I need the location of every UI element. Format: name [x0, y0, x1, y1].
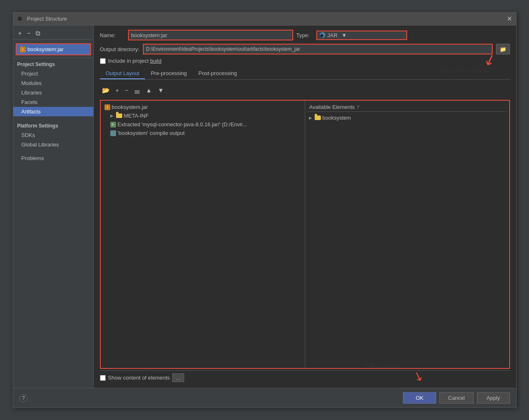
- copy-artifact-button[interactable]: ⧉: [34, 29, 42, 38]
- name-label: Name:: [100, 32, 125, 38]
- move-down-button[interactable]: ▼: [156, 86, 166, 94]
- help-icon-available[interactable]: ?: [357, 105, 359, 110]
- sidebar-item-facets[interactable]: Facets: [13, 97, 93, 107]
- more-options-button[interactable]: ...: [172, 373, 184, 382]
- sidebar-toolbar: + − ⧉: [13, 28, 93, 40]
- type-label: Type:: [297, 32, 313, 38]
- platform-settings-header: Platform Settings: [13, 120, 93, 130]
- type-icon: ◈: [320, 32, 325, 38]
- expand-arrow-meta-inf: ▶: [110, 113, 114, 118]
- name-row: Name: Type: ◈ JAR ▼: [100, 30, 510, 40]
- sidebar-item-global-libraries[interactable]: Global Libraries: [13, 140, 93, 149]
- include-build-row: Include in project build: [100, 58, 510, 64]
- tab-output-layout[interactable]: Output Layout: [100, 68, 145, 79]
- right-panel: Name: Type: ◈ JAR ▼ Output directory: 📁: [94, 26, 516, 388]
- title-bar: ⚙ Project Structure ✕: [13, 12, 516, 26]
- help-button[interactable]: ?: [19, 394, 28, 402]
- folder-icon-meta-inf: [116, 113, 122, 118]
- tree-item-booksystem-right[interactable]: ▶ booksystem: [307, 113, 507, 122]
- footer-buttons: OK Cancel Apply: [403, 392, 510, 403]
- move-up-button[interactable]: ▲: [144, 86, 154, 94]
- sidebar-item-problems[interactable]: Problems: [13, 153, 93, 163]
- add-artifact-button[interactable]: +: [17, 29, 24, 38]
- jar-file-icon: J: [104, 104, 110, 110]
- close-button[interactable]: ✕: [507, 16, 512, 22]
- sidebar-item-sdks[interactable]: SDKs: [13, 130, 93, 140]
- tab-post-processing[interactable]: Post-processing: [193, 68, 243, 79]
- tree-item-extracted[interactable]: E Extracted 'mysql-connector-java-8.0.16…: [103, 120, 303, 129]
- project-settings-header: Project Settings: [13, 59, 93, 69]
- sidebar-item-artifacts[interactable]: Artifacts: [13, 107, 93, 116]
- remove-element-button[interactable]: −: [123, 86, 130, 94]
- content-footer-row: Show content of elements ...: [100, 370, 510, 384]
- tree-item-booksystem-jar[interactable]: J booksystem.jar: [103, 103, 303, 111]
- sidebar-item-project[interactable]: Project: [13, 69, 93, 78]
- ok-button[interactable]: OK: [403, 392, 436, 403]
- annotation-bottom: 不要忘点Apply: [363, 361, 401, 369]
- dialog-title: Project Structure: [27, 16, 67, 22]
- extracted-icon: E: [110, 122, 116, 127]
- expand-arrow-booksystem: ▶: [309, 116, 312, 120]
- type-dropdown-arrow[interactable]: ▼: [342, 32, 347, 38]
- sidebar-item-libraries[interactable]: Libraries: [13, 88, 93, 97]
- content-toolbar: 📂 + − ▲ ▼: [100, 83, 510, 97]
- artifact-item-booksystem[interactable]: J booksystem:jar: [16, 43, 91, 55]
- tree-item-meta-inf[interactable]: ▶ META-INF: [103, 111, 303, 120]
- available-elements-header: Available Elements ?: [307, 103, 507, 112]
- include-build-label: Include in project build: [108, 58, 161, 64]
- right-tree: Available Elements ? ▶ booksystem: [305, 101, 509, 368]
- cancel-button[interactable]: Cancel: [439, 392, 473, 403]
- output-dir-label: Output directory:: [100, 46, 140, 52]
- expand-all-button[interactable]: 📂: [100, 86, 112, 95]
- name-input[interactable]: [128, 30, 293, 40]
- apply-button[interactable]: Apply: [477, 392, 510, 403]
- type-value: JAR: [327, 32, 338, 38]
- type-wrapper: ◈ JAR ▼: [316, 31, 407, 40]
- artifact-item-label: booksystem:jar: [28, 46, 64, 52]
- tree-item-compile-output[interactable]: 'booksystem' compile output: [103, 129, 303, 137]
- output-dir-input[interactable]: [143, 44, 493, 54]
- output-dir-row: Output directory: 📁: [100, 44, 510, 54]
- add-element-button[interactable]: +: [114, 86, 121, 94]
- annotation-top: 这是jar文件生成的地方: [435, 68, 494, 75]
- tab-pre-processing[interactable]: Pre-processing: [145, 68, 192, 79]
- sidebar-item-modules[interactable]: Modules: [13, 78, 93, 88]
- include-build-checkbox[interactable]: [100, 58, 106, 64]
- remove-artifact-button[interactable]: −: [25, 29, 32, 38]
- jar-icon: J: [20, 47, 26, 52]
- show-content-checkbox[interactable]: [100, 375, 106, 381]
- dialog-footer: ? OK Cancel Apply: [13, 388, 516, 408]
- sidebar: + − ⧉ J booksystem:jar Project Settings …: [13, 26, 94, 388]
- sort-icon: [134, 89, 140, 95]
- folder-icon-booksystem: [315, 116, 321, 120]
- left-tree: J booksystem.jar ▶ META-INF E Extracted …: [101, 101, 305, 368]
- sort-button[interactable]: [132, 85, 142, 96]
- browse-button[interactable]: 📁: [496, 44, 510, 54]
- content-area: J booksystem.jar ▶ META-INF E Extracted …: [100, 100, 510, 369]
- compile-icon: [110, 130, 116, 136]
- show-content-label: Show content of elements: [108, 375, 170, 381]
- app-icon: ⚙: [17, 16, 24, 22]
